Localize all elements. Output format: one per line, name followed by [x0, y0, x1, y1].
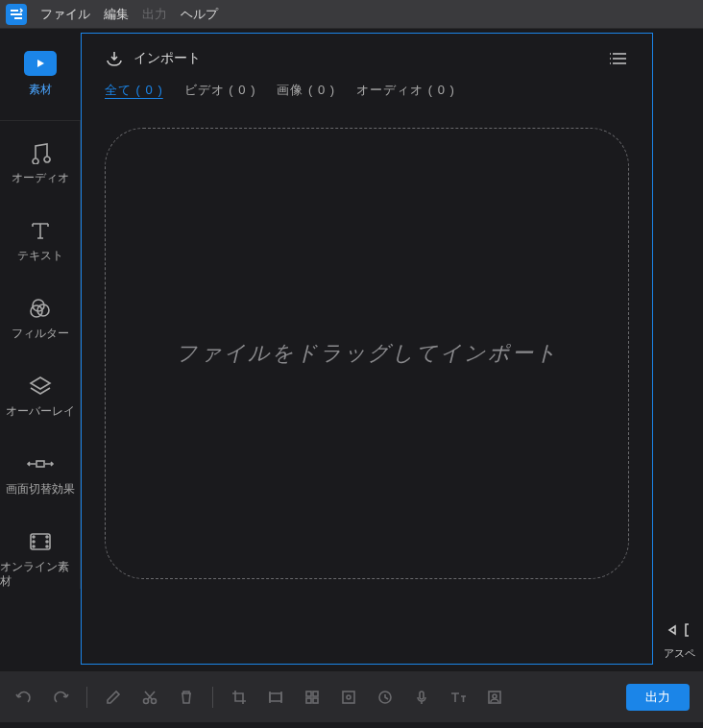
sidebar: 素材 オーディオ テキスト フィルター オーバーレイ 画面切替効果	[0, 29, 81, 668]
online-icon	[26, 529, 55, 554]
separator	[86, 687, 87, 708]
sidebar-media-label: 素材	[29, 82, 52, 98]
sidebar-media-tab[interactable]: 素材	[0, 29, 81, 120]
bracket-icon[interactable]	[683, 622, 692, 641]
overlay-icon	[26, 374, 55, 399]
transition-icon	[26, 451, 55, 476]
user-icon[interactable]	[484, 687, 505, 708]
media-tabs: 全て ( 0 ) ビデオ ( 0 ) 画像 ( 0 ) オーディオ ( 0 )	[82, 74, 652, 109]
svg-rect-14	[306, 692, 311, 696]
svg-point-9	[46, 541, 48, 543]
menu-file[interactable]: ファイル	[40, 6, 90, 23]
sidebar-item-label: フィルター	[12, 327, 69, 341]
sidebar-item-label: テキスト	[17, 249, 63, 263]
delete-icon[interactable]	[176, 687, 197, 708]
mic-icon[interactable]	[411, 687, 432, 708]
clock-icon[interactable]	[375, 687, 396, 708]
tab-video[interactable]: ビデオ ( 0 )	[184, 82, 256, 99]
textfx-icon[interactable]	[448, 687, 469, 708]
svg-point-5	[33, 536, 35, 538]
menu-export: 出力	[142, 6, 167, 23]
svg-point-12	[152, 698, 157, 703]
export-button[interactable]: 出力	[626, 684, 690, 711]
svg-rect-21	[420, 692, 424, 699]
svg-point-6	[33, 541, 35, 543]
svg-point-7	[33, 546, 35, 547]
app-icon	[6, 4, 27, 25]
aspect-label: アスペ	[664, 646, 695, 661]
svg-point-11	[144, 698, 149, 703]
undo-icon[interactable]	[13, 687, 35, 708]
sidebar-item-label: 画面切替効果	[6, 482, 75, 497]
sidebar-item-label: オンライン素材	[0, 560, 80, 589]
svg-rect-18	[343, 692, 354, 703]
svg-rect-15	[313, 692, 318, 696]
timeline-toolbar: 出力	[0, 670, 703, 722]
svg-point-8	[46, 536, 48, 538]
right-panel: アスペ	[655, 29, 703, 668]
sidebar-item-online[interactable]: オンライン素材	[0, 529, 80, 589]
sidebar-item-audio[interactable]: オーディオ	[0, 140, 80, 185]
sidebar-item-label: オーディオ	[12, 171, 69, 185]
media-panel: インポート 全て ( 0 ) ビデオ ( 0 ) 画像 ( 0 ) オーディオ …	[81, 33, 653, 665]
dropzone-text: ファイルをドラッグしてインポート	[176, 339, 559, 368]
redo-icon[interactable]	[50, 687, 71, 708]
tab-image[interactable]: 画像 ( 0 )	[277, 82, 335, 99]
import-icon[interactable]	[105, 49, 124, 68]
filter-icon	[26, 296, 55, 321]
grid-icon[interactable]	[302, 687, 323, 708]
crop-icon[interactable]	[229, 687, 250, 708]
text-icon	[26, 218, 55, 243]
svg-rect-17	[313, 698, 318, 703]
triangle-left-icon[interactable]	[666, 623, 679, 640]
sidebar-item-overlay[interactable]: オーバーレイ	[0, 374, 80, 419]
menu-edit[interactable]: 編集	[104, 6, 129, 23]
menu-help[interactable]: ヘルプ	[181, 6, 218, 23]
svg-rect-3	[36, 461, 44, 467]
svg-point-23	[493, 694, 497, 698]
menubar: ファイル 編集 出力 ヘルプ	[0, 0, 703, 29]
separator	[212, 687, 213, 708]
sidebar-item-transition[interactable]: 画面切替効果	[0, 451, 80, 497]
sidebar-item-text[interactable]: テキスト	[0, 218, 80, 263]
import-dropzone[interactable]: ファイルをドラッグしてインポート	[105, 128, 629, 579]
tab-audio[interactable]: オーディオ ( 0 )	[356, 82, 455, 99]
svg-rect-16	[306, 698, 311, 703]
list-view-icon[interactable]	[608, 50, 629, 67]
edit-icon[interactable]	[103, 687, 124, 708]
svg-rect-13	[270, 693, 281, 701]
music-icon	[26, 140, 55, 165]
tab-all[interactable]: 全て ( 0 )	[105, 82, 163, 99]
import-label[interactable]: インポート	[133, 50, 201, 67]
sidebar-item-filter[interactable]: フィルター	[0, 296, 80, 341]
play-icon	[24, 51, 57, 76]
frame-icon[interactable]	[338, 687, 359, 708]
svg-point-10	[46, 546, 48, 547]
cut-icon[interactable]	[139, 687, 160, 708]
svg-point-19	[347, 695, 351, 699]
trim-icon[interactable]	[265, 687, 286, 708]
sidebar-item-label: オーバーレイ	[6, 404, 75, 419]
